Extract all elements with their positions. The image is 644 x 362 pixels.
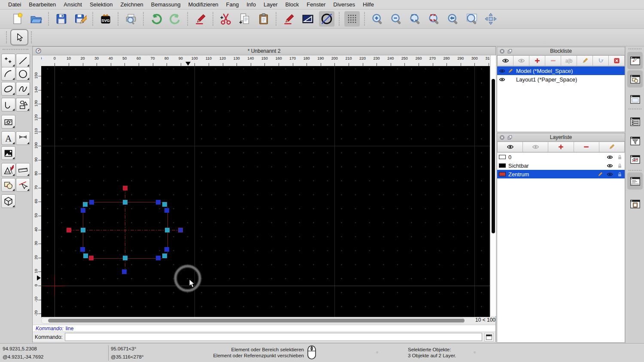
layer-list-item[interactable]: Sichtbar <box>497 161 625 170</box>
clipboard-window-toggle[interactable] <box>627 195 643 212</box>
layer-list-item[interactable]: Zentrum <box>497 170 625 178</box>
draw-line-button[interactable] <box>16 54 30 67</box>
zoom-in-button[interactable] <box>370 11 385 27</box>
selected-entity-rounded-rect[interactable] <box>83 202 168 259</box>
selection-handle-red[interactable] <box>67 228 71 232</box>
draw-dimension-button[interactable] <box>16 131 30 145</box>
list-window-toggle[interactable] <box>627 113 643 130</box>
draw-hatch-button[interactable] <box>1 115 15 129</box>
menu-selektion[interactable]: Selektion <box>86 1 116 8</box>
zoom-auto-button[interactable] <box>407 11 423 27</box>
menu-bearbeiten[interactable]: Bearbeiten <box>25 1 60 8</box>
draw-image-button[interactable] <box>1 146 15 160</box>
select-tool-button[interactable] <box>10 29 28 45</box>
tools-block-button[interactable] <box>1 178 15 192</box>
selection-handle-blue[interactable] <box>156 256 161 260</box>
cut-button[interactable] <box>218 11 234 27</box>
copy-button[interactable] <box>237 11 252 27</box>
paste-button[interactable] <box>256 11 271 27</box>
minus-button[interactable] <box>574 142 599 152</box>
draw-polyline-button[interactable] <box>1 98 15 112</box>
selection-handle-blue[interactable] <box>122 269 127 274</box>
menu-hilfe[interactable]: Hilfe <box>359 1 378 8</box>
tools-select-button[interactable] <box>16 178 30 192</box>
lock-icon[interactable] <box>617 154 623 160</box>
menu-datei[interactable]: Datei <box>4 1 25 8</box>
selection-handle-cyan[interactable] <box>162 202 167 207</box>
lock-icon[interactable] <box>617 163 623 169</box>
horizontal-scrollbar[interactable] <box>41 317 465 324</box>
draw-arc-button[interactable] <box>1 67 15 81</box>
pencil-icon[interactable] <box>507 68 513 74</box>
selection-handle-cyan[interactable] <box>165 228 170 232</box>
eye-gray-button[interactable] <box>513 55 529 66</box>
menu-modifizieren[interactable]: Modifizieren <box>185 1 222 8</box>
rename-button[interactable]: a|b <box>561 55 577 66</box>
eye-button[interactable] <box>497 55 513 66</box>
draw-text-button[interactable]: A <box>1 131 15 145</box>
layer-window-toggle[interactable] <box>627 52 643 69</box>
eye-white-icon[interactable] <box>499 68 505 74</box>
eye-white-icon[interactable] <box>607 171 613 178</box>
vertical-scrollbar[interactable] <box>490 55 496 316</box>
library-window-toggle[interactable] <box>627 90 643 108</box>
notify-window-toggle[interactable] <box>627 151 643 168</box>
eye-icon[interactable] <box>607 154 613 160</box>
draw-circle-button[interactable] <box>16 67 30 81</box>
insert-button[interactable] <box>593 55 609 66</box>
toolbar-drag-handle[interactable] <box>31 31 33 43</box>
selection-handle-cyan[interactable] <box>83 253 88 258</box>
grid-button[interactable] <box>344 11 360 27</box>
zoom-window-button[interactable] <box>464 11 480 27</box>
zoom-redraw-button[interactable] <box>426 11 442 27</box>
command-input[interactable] <box>65 333 482 341</box>
centerline-horizontal[interactable] <box>69 230 180 230</box>
zoom-pan-button[interactable] <box>483 11 498 27</box>
command-window-toggle[interactable] <box>627 172 643 190</box>
eye-icon[interactable] <box>499 76 505 83</box>
selection-handle-cyan[interactable] <box>83 202 88 207</box>
detach-icon[interactable] <box>507 48 513 54</box>
menu-ansicht[interactable]: Ansicht <box>60 1 86 8</box>
block-window-toggle[interactable] <box>627 70 643 87</box>
layer-list-item[interactable]: 0 <box>497 153 625 161</box>
pencil-icon[interactable] <box>597 171 603 178</box>
undo-button[interactable] <box>149 11 164 27</box>
selection-handle-red[interactable] <box>123 186 128 190</box>
draw-shapes-button[interactable] <box>16 98 30 112</box>
block-list-item[interactable]: Layout1 (*Paper_Space) <box>497 75 625 84</box>
lock-sel-icon[interactable] <box>617 171 623 178</box>
menu-fenster[interactable]: Fenster <box>303 1 329 8</box>
draw-points-button[interactable] <box>1 54 15 67</box>
horizontal-scrollbar-thumb[interactable] <box>48 319 465 323</box>
delete-eraser-button[interactable] <box>193 11 208 27</box>
selection-handle-cyan[interactable] <box>123 200 128 205</box>
tools-modify-button[interactable] <box>1 163 15 177</box>
toolbar-drag-handle[interactable] <box>6 31 8 43</box>
menu-bemassung[interactable]: Bemassung <box>147 1 185 8</box>
selection-handle-cyan[interactable] <box>123 256 128 260</box>
detach-icon[interactable] <box>507 135 513 140</box>
circle-line-button[interactable] <box>319 11 334 27</box>
drawing-window-titlebar[interactable]: * Unbenannt 2 <box>33 47 495 55</box>
draw-ellipse-button[interactable] <box>1 82 15 96</box>
pencil-button[interactable] <box>599 142 625 152</box>
filter-window-toggle[interactable] <box>627 132 643 149</box>
doc-new-button[interactable] <box>9 11 25 27</box>
print-preview-button[interactable] <box>123 11 139 27</box>
selection-handle-blue[interactable] <box>80 247 85 252</box>
minus-pale-button[interactable] <box>545 55 561 66</box>
pencil-button[interactable] <box>577 55 593 66</box>
menu-info[interactable]: Info <box>243 1 260 8</box>
close-icon[interactable] <box>499 135 505 140</box>
menu-block[interactable]: Block <box>281 1 303 8</box>
close-icon[interactable] <box>499 48 505 54</box>
menu-zeichnen[interactable]: Zeichnen <box>116 1 147 8</box>
plus-button[interactable] <box>529 55 545 66</box>
menu-diverses[interactable]: Diverses <box>329 1 359 8</box>
selection-handle-blue[interactable] <box>156 200 161 205</box>
svg-export-button[interactable]: SVG <box>98 11 113 27</box>
selection-handle-cyan[interactable] <box>81 228 85 232</box>
draw-3dbox-button[interactable] <box>1 194 15 208</box>
menu-fang[interactable]: Fang <box>222 1 243 8</box>
